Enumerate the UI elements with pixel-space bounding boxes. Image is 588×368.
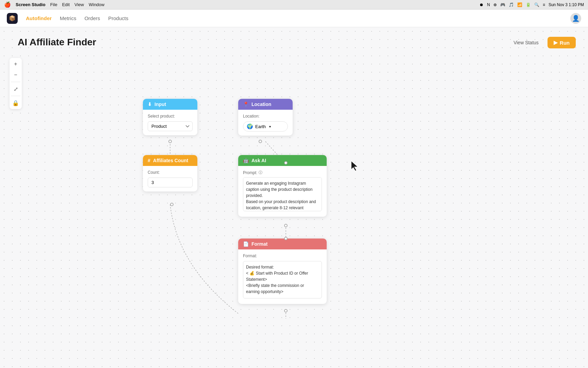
- location-chevron-icon: ▾: [269, 125, 271, 128]
- top-actions: View Status ▶ Run: [509, 37, 576, 48]
- format-title: Format: [251, 241, 267, 247]
- header-right: 👤: [570, 13, 581, 24]
- wifi-icon[interactable]: 📶: [517, 2, 522, 7]
- app-menu[interactable]: Screen Studio: [16, 2, 45, 7]
- askai-node-header: 🤖 Ask AI: [238, 155, 327, 166]
- product-select[interactable]: Product Service Bundle: [148, 121, 193, 131]
- app-header: 📦 Autofinder Metrics Orders Products 👤: [0, 10, 588, 27]
- input-label: Select product:: [148, 114, 193, 119]
- page-title: AI Affiliate Finder: [18, 37, 96, 48]
- window-menu[interactable]: Window: [89, 2, 104, 7]
- edit-menu[interactable]: Edit: [62, 2, 69, 7]
- format-textarea[interactable]: Desired format: < 💰 Start with Product I…: [243, 261, 322, 298]
- prompt-textarea[interactable]: Generate an engaging Instagram caption u…: [243, 177, 322, 211]
- music-icon[interactable]: 🎵: [509, 2, 514, 7]
- main-canvas[interactable]: AI Affiliate Finder View Status ▶ Run + …: [0, 27, 588, 368]
- hash-icon: #: [148, 158, 150, 163]
- location-pill[interactable]: 🌍 Earth ▾: [243, 121, 288, 132]
- zoom-in-button[interactable]: +: [11, 59, 20, 69]
- prompt-label: Prompt:: [243, 170, 257, 175]
- cursor: [350, 160, 361, 172]
- clock: Sun Nov 3 1:10 PM: [549, 2, 584, 7]
- prompt-info: Prompt: ⓘ: [243, 170, 322, 175]
- canvas-controls: + − ⤢ 🔒: [10, 58, 22, 109]
- run-button[interactable]: ▶ Run: [548, 37, 576, 48]
- affiliates-node-body: Count:: [143, 166, 197, 191]
- format-icon: 📄: [243, 241, 249, 247]
- affiliates-node-header: # Affiliates Count: [143, 155, 197, 166]
- nav-autofinder[interactable]: Autofinder: [26, 14, 52, 22]
- input-node: ⬇ Input Select product: Product Service …: [143, 99, 197, 135]
- search-icon[interactable]: 🔍: [534, 2, 539, 7]
- view-menu[interactable]: View: [75, 2, 84, 7]
- fit-button[interactable]: ⤢: [11, 84, 20, 94]
- format-node-header: 📄 Format: [238, 239, 327, 249]
- battery-icon[interactable]: 🔋: [526, 2, 531, 7]
- format-node: 📄 Format Format: Desired format: < 💰 Sta…: [238, 239, 327, 304]
- askai-top-dot: [284, 161, 288, 165]
- app-logo: 📦: [7, 13, 18, 24]
- input-icon: ⬇: [148, 102, 152, 107]
- askai-icon: 🤖: [243, 158, 249, 163]
- format-label: Format:: [243, 254, 322, 258]
- location-value: Earth: [255, 124, 266, 129]
- menubar-left: 🍎 Screen Studio File Edit View Window: [4, 1, 104, 8]
- nav-products[interactable]: Products: [108, 14, 128, 22]
- askai-title: Ask AI: [251, 158, 266, 163]
- location-node: 📍 Location Location: 🌍 Earth ▾: [238, 99, 293, 136]
- run-icon: ▶: [554, 40, 558, 46]
- affiliates-bottom-dot: [170, 203, 174, 206]
- input-node-body: Select product: Product Service Bundle: [143, 110, 197, 135]
- record-icon[interactable]: ⏺: [479, 2, 484, 7]
- file-menu[interactable]: File: [50, 2, 57, 7]
- control-icon[interactable]: ≡: [543, 2, 545, 7]
- askai-bottom-dot: [284, 224, 288, 227]
- page-title-area: AI Affiliate Finder: [18, 37, 96, 48]
- nav-metrics[interactable]: Metrics: [60, 14, 76, 22]
- canvas-divider-2: [11, 96, 20, 96]
- affiliates-node: # Affiliates Count Count:: [143, 155, 197, 191]
- canvas-divider-1: [11, 82, 20, 82]
- askai-node: 🤖 Ask AI Prompt: ⓘ Generate an engaging …: [238, 155, 327, 217]
- affiliates-label: Count:: [148, 170, 193, 175]
- affiliates-title: Affiliates Count: [153, 158, 188, 163]
- svg-marker-3: [351, 161, 358, 171]
- prompt-info-icon: ⓘ: [259, 170, 262, 175]
- format-bottom-dot: [284, 309, 288, 312]
- lock-button[interactable]: 🔒: [11, 98, 20, 108]
- menubar-right: ⏺ N ⊕ 🎮 🎵 📶 🔋 🔍 ≡ Sun Nov 3 1:10 PM: [479, 2, 584, 7]
- location-bottom-dot: [259, 140, 262, 143]
- logo-icon: 📦: [9, 15, 16, 21]
- input-bottom-dot: [168, 140, 172, 143]
- askai-node-body: Prompt: ⓘ Generate an engaging Instagram…: [238, 166, 327, 217]
- wifi-extra-icon[interactable]: ⊕: [493, 2, 497, 7]
- nav-orders[interactable]: Orders: [84, 14, 100, 22]
- location-title: Location: [251, 102, 271, 107]
- globe-icon: 🌍: [247, 123, 253, 129]
- format-node-body: Format: Desired format: < 💰 Start with P…: [238, 249, 327, 304]
- input-node-header: ⬇ Input: [143, 99, 197, 110]
- apple-menu[interactable]: 🍎: [4, 1, 11, 8]
- location-label: Location:: [243, 114, 288, 119]
- menubar: 🍎 Screen Studio File Edit View Window ⏺ …: [0, 0, 588, 10]
- location-icon: 📍: [243, 102, 249, 107]
- view-status-button[interactable]: View Status: [509, 37, 543, 48]
- user-avatar[interactable]: 👤: [570, 13, 581, 24]
- run-label: Run: [560, 40, 570, 46]
- notion-icon[interactable]: N: [487, 2, 490, 7]
- count-input[interactable]: [148, 178, 193, 187]
- gamepad-icon[interactable]: 🎮: [500, 2, 505, 7]
- format-top-dot: [284, 237, 288, 240]
- location-node-header: 📍 Location: [238, 99, 293, 110]
- input-title: Input: [154, 102, 166, 107]
- location-node-body: Location: 🌍 Earth ▾: [238, 110, 293, 136]
- zoom-out-button[interactable]: −: [11, 70, 20, 80]
